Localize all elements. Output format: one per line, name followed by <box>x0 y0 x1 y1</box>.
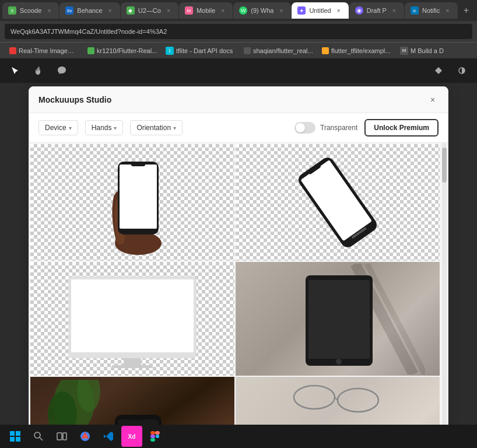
hand-tool[interactable] <box>30 62 47 79</box>
bookmark-build[interactable]: M M Build a D <box>395 46 448 56</box>
bookmark-flutter-label: kr1210/Flutter-Real... <box>97 47 157 54</box>
u2co-favicon: ◆ <box>127 6 135 15</box>
tab-scoode-close[interactable]: × <box>45 6 53 15</box>
mockup-desktop-monitor[interactable] <box>30 262 234 376</box>
tab-draft-label: Draft P <box>367 7 387 14</box>
tab-mobile[interactable]: M Mobile × <box>179 2 233 19</box>
draft-favicon: ◉ <box>355 6 363 15</box>
toggle-knob <box>296 123 305 132</box>
bookmark-tflite-icon: t <box>166 47 174 55</box>
panel-header: Mockuuups Studio × <box>29 87 448 113</box>
svg-line-36 <box>40 438 43 440</box>
new-tab-button[interactable]: + <box>458 2 475 19</box>
bookmark-tflite[interactable]: t tflite - Dart API docs <box>161 46 237 56</box>
svg-rect-33 <box>10 437 15 442</box>
svg-rect-43 <box>150 435 155 438</box>
tab-u2co-close[interactable]: × <box>164 6 173 15</box>
bookmark-build-icon: M <box>400 47 408 55</box>
mockup-grid-area <box>29 143 448 440</box>
bookmark-shaqian[interactable]: shaqian/flutter_real... <box>239 46 315 55</box>
bookmark-flutter-icon <box>87 47 94 54</box>
hands-dropdown[interactable]: Hands ▾ <box>85 120 124 135</box>
svg-point-25 <box>338 388 378 412</box>
tab-behance-close[interactable]: × <box>106 6 114 15</box>
device-dropdown[interactable]: Device ▾ <box>38 120 78 135</box>
transparent-toggle[interactable] <box>294 122 315 134</box>
tab-untitled-close[interactable]: × <box>335 6 343 15</box>
tab-scoode[interactable]: S Scoode × <box>2 2 59 19</box>
svg-rect-34 <box>16 437 20 442</box>
plugin-wrapper: Mockuuups Studio × Device ▾ Hands ▾ Orie… <box>29 86 448 441</box>
cursor-tool[interactable] <box>7 62 23 79</box>
bookmark-tflite-label: tflite - Dart API docs <box>176 47 233 54</box>
panel-toolbar: Device ▾ Hands ▾ Orientation ▾ Transpare… <box>29 113 448 143</box>
svg-rect-42 <box>155 431 160 435</box>
comment-tool[interactable] <box>54 62 70 79</box>
tab-draft[interactable]: ◉ Draft P × <box>349 2 404 19</box>
orientation-dropdown[interactable]: Orientation ▾ <box>130 120 183 135</box>
tab-bar: S Scoode × Be Behance × ◆ U2—Co × M Mobi… <box>0 0 477 21</box>
svg-rect-38 <box>63 433 66 440</box>
taskbar-windows-button[interactable] <box>5 426 26 447</box>
taskbar-figma[interactable] <box>145 426 166 447</box>
bookmark-flutter-tflite[interactable]: flutter_tflite/exampl... <box>317 46 393 55</box>
wha-favicon: W <box>239 6 247 15</box>
bookmark-real-time[interactable]: Real-Time Image Cl... <box>5 46 80 55</box>
tab-wha[interactable]: W (9) Wha × <box>233 2 291 19</box>
scrollbar-thumb[interactable] <box>442 148 447 183</box>
taskbar-search[interactable] <box>28 426 49 447</box>
taskbar-xd[interactable]: Xd <box>121 426 142 447</box>
figma-toolbar <box>0 58 477 83</box>
taskbar-vscode[interactable] <box>98 426 119 447</box>
phone-floating-container <box>236 144 440 261</box>
tab-untitled[interactable]: ✦ Untitled × <box>292 2 348 19</box>
taskbar-task-view[interactable] <box>51 426 72 447</box>
mockup-phone-hand[interactable] <box>30 144 234 261</box>
tab-draft-close[interactable]: × <box>390 6 398 15</box>
unlock-premium-button[interactable]: Unlock Premium <box>364 119 439 136</box>
svg-rect-12 <box>112 365 153 368</box>
svg-rect-16 <box>308 280 370 359</box>
tab-mobile-close[interactable]: × <box>219 6 227 15</box>
device-chevron-icon: ▾ <box>69 125 72 131</box>
mockup-phone-floating[interactable] <box>236 144 440 261</box>
bookmark-flutter[interactable]: kr1210/Flutter-Real... <box>83 46 159 55</box>
hands-label: Hands <box>92 124 112 132</box>
tab-scoode-label: Scoode <box>20 7 41 14</box>
windows-taskbar: Xd <box>0 425 477 448</box>
tab-notific-label: Notific <box>422 7 440 14</box>
tab-wha-close[interactable]: × <box>277 6 285 15</box>
svg-point-24 <box>294 386 335 409</box>
tab-notific[interactable]: in Notific × <box>405 2 458 19</box>
mockup-grid <box>29 143 441 440</box>
tab-behance-label: Behance <box>77 7 102 14</box>
address-bar[interactable]: WeQqk6A3ATJTWMmq4CaZ/Untitled?node-id=4%… <box>5 24 472 39</box>
scrollbar-track <box>442 143 447 440</box>
dark-mode-toggle[interactable] <box>454 62 470 79</box>
mockup-tablet-desk[interactable] <box>236 262 440 376</box>
svg-rect-41 <box>150 431 155 435</box>
panel-close-button[interactable]: × <box>427 94 439 106</box>
bookmark-shaqian-icon <box>244 47 251 54</box>
svg-rect-4 <box>131 163 145 166</box>
svg-rect-23 <box>131 416 145 420</box>
device-label: Device <box>45 124 66 132</box>
tab-notific-close[interactable]: × <box>444 6 452 15</box>
svg-point-17 <box>336 359 342 365</box>
mobile-favicon: M <box>185 6 193 15</box>
transparent-label: Transparent <box>320 124 357 132</box>
tab-u2co[interactable]: ◆ U2—Co × <box>121 2 178 19</box>
panel-title: Mockuuups Studio <box>38 95 111 104</box>
untitled-favicon: ✦ <box>297 6 306 15</box>
grid-scrollbar[interactable] <box>442 143 447 440</box>
components-tool[interactable] <box>430 62 447 79</box>
bookmark-real-time-icon <box>9 47 16 54</box>
svg-rect-3 <box>120 164 157 229</box>
phone-hand-container <box>30 144 234 261</box>
taskbar-chrome[interactable] <box>75 426 96 447</box>
orientation-chevron-icon: ▾ <box>173 125 176 131</box>
tab-behance[interactable]: Be Behance × <box>59 2 120 19</box>
orientation-label: Orientation <box>136 124 171 132</box>
bookmark-flutter-tflite-icon <box>322 47 329 54</box>
hands-chevron-icon: ▾ <box>114 125 117 131</box>
